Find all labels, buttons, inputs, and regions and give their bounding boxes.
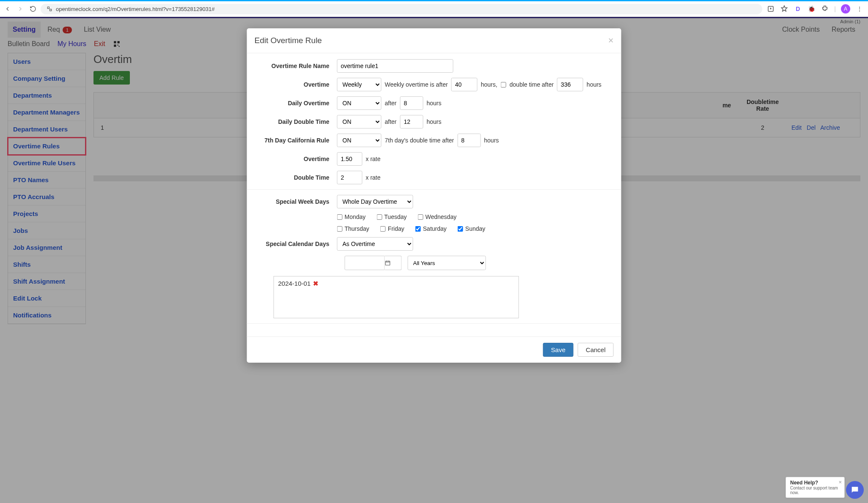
checkbox-saturday[interactable] [415,226,421,232]
divider [247,189,621,190]
menu-dots-icon[interactable]: ⋮ [855,5,864,13]
label-dt-rate: Double Time [255,174,337,181]
svg-rect-8 [385,261,390,265]
text-weekly-after: Weekly overtime is after [385,81,448,88]
reload-icon[interactable] [30,5,36,12]
input-weekly-hours[interactable] [451,78,478,91]
label-wednesday: Wednesday [426,213,457,220]
input-double-hours[interactable] [557,78,583,91]
back-icon[interactable] [4,5,11,12]
label-monday: Monday [345,213,366,220]
label-special-cal: Special Calendar Days [255,241,337,247]
special-date-value: 2024-10-01 [278,280,311,287]
text-hours-3: hours [484,137,499,144]
extensions-icon[interactable] [821,5,829,13]
label-saturday: Saturday [423,225,447,232]
text-after-1: after [385,100,397,107]
input-daily-ot-hours[interactable] [400,96,423,110]
label-friday: Friday [388,225,404,232]
ext-bug-icon[interactable]: 🐞 [807,5,816,13]
calendar-button[interactable] [385,256,402,270]
checkbox-tuesday[interactable] [376,214,382,220]
checkbox-friday[interactable] [380,226,386,232]
bookmark-star-icon[interactable] [780,5,788,13]
select-overtime[interactable]: Weekly [337,78,382,91]
divider-2 [247,323,621,324]
text-hours-2: hours [427,118,442,125]
select-special-week[interactable]: Whole Day Overtime [337,195,413,208]
modal-title: Edit Overtime Rule [255,36,322,45]
text-hours-comma: hours, [481,81,497,88]
text-ca-after: 7th day's double time after [385,137,454,144]
close-icon[interactable]: × [608,35,614,46]
label-rule-name: Overtime Rule Name [255,63,337,69]
edit-overtime-modal: Edit Overtime Rule × Overtime Rule Name … [247,28,621,324]
date-picker [345,256,402,270]
forward-icon[interactable] [17,5,24,12]
install-icon[interactable] [766,5,775,13]
special-dates-box: 2024-10-01 ✖ [274,276,519,318]
select-special-cal[interactable]: As Overtime [337,237,413,251]
label-ot-rate: Overtime [255,156,337,162]
checkbox-sunday[interactable] [458,226,463,232]
select-daily-ot[interactable]: ON [337,96,382,110]
label-sunday: Sunday [465,225,485,232]
site-info-icon [47,6,52,12]
text-after-2: after [385,118,397,125]
label-daily-ot: Daily Overtime [255,100,337,107]
input-rule-name[interactable] [337,59,453,73]
label-special-week: Special Week Days [255,198,337,205]
select-daily-dt[interactable]: ON [337,115,382,128]
label-thursday: Thursday [345,225,369,232]
text-xrate-2: x rate [366,174,381,181]
checkbox-monday[interactable] [337,214,343,220]
select-ca-rule[interactable]: ON [337,134,382,147]
remove-date-icon[interactable]: ✖ [313,280,319,287]
calendar-icon [385,260,391,266]
address-bar[interactable]: opentimeclock.com/q2/mOvertimerules.html… [41,4,762,14]
label-daily-dt: Daily Double Time [255,118,337,125]
label-overtime: Overtime [255,81,337,88]
checkbox-wednesday[interactable] [418,214,423,220]
input-daily-dt-hours[interactable] [400,115,423,128]
ext-d-icon[interactable]: D [794,5,802,13]
svg-rect-1 [50,9,52,11]
profile-avatar[interactable]: A [841,4,850,14]
checkbox-thursday[interactable] [337,226,343,232]
label-tuesday: Tuesday [384,213,407,220]
text-hours-1: hours [427,100,442,107]
input-date[interactable] [345,256,385,270]
url-text: opentimeclock.com/q2/mOvertimerules.html… [56,6,214,12]
svg-rect-0 [47,7,49,8]
select-years[interactable]: All Years [408,256,486,270]
text-xrate-1: x rate [366,156,381,162]
checkbox-double-after[interactable] [501,82,506,87]
text-double-after: double time after [510,81,554,88]
input-ot-rate[interactable] [337,152,363,166]
text-hours2: hours [587,81,602,88]
label-ca-rule: 7th Day California Rule [255,137,337,144]
input-ca-hours[interactable] [457,134,481,147]
input-dt-rate[interactable] [337,171,363,184]
browser-chrome: opentimeclock.com/q2/mOvertimerules.html… [0,0,868,17]
